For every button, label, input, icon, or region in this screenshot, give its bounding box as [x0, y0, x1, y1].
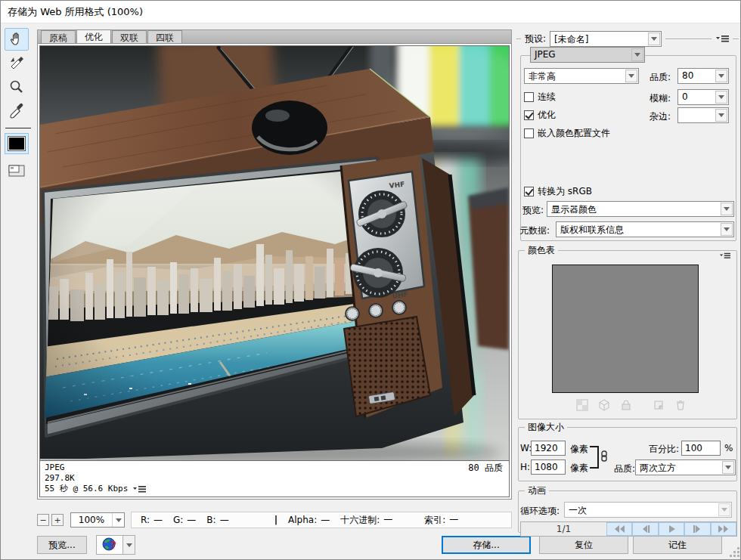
minus-icon: − [39, 515, 46, 525]
resample-quality-select[interactable]: 两次立方 [635, 459, 736, 475]
preview-tabstrip: 原稿 优化 双联 四联 [37, 29, 512, 43]
status-bar: − + 100% R:— G:— B:— | Alpha:— 十六进制:— 索引… [37, 510, 512, 530]
progressive-label: 连续 [538, 91, 556, 104]
width-input[interactable] [531, 441, 566, 456]
info-quality: 80 品质 [468, 463, 503, 473]
slice-select-tool-button[interactable] [5, 52, 29, 75]
color-table-group: 颜色表 [518, 244, 737, 419]
convert-srgb-checkbox[interactable] [524, 187, 534, 196]
preset-label: 预设: [525, 32, 546, 45]
color-table-menu-icon[interactable] [718, 251, 732, 260]
reset-button[interactable]: 复位 [539, 536, 628, 554]
eyedropper-tool-button[interactable] [5, 101, 29, 123]
blur-label: 模糊: [650, 92, 671, 105]
format-chevron-icon [631, 48, 643, 61]
browser-preview-button[interactable]: ? [96, 535, 123, 555]
optimized-label: 优化 [538, 109, 556, 122]
metadata-chevron-icon [721, 223, 733, 236]
tab-2up[interactable]: 双联 [112, 30, 147, 43]
next-frame-button[interactable] [684, 522, 710, 536]
preview-mode-chevron-icon [721, 203, 733, 215]
height-unit-label: 像素 [570, 462, 588, 475]
matte-select[interactable] [677, 107, 729, 123]
wh-link-bracket [590, 446, 599, 469]
alpha-label: Alpha: [288, 515, 317, 525]
percent-label: 百分比: [649, 443, 679, 456]
blur-select[interactable]: 0 [677, 89, 729, 105]
tab-4up[interactable]: 四联 [147, 30, 182, 43]
matte-chevron-icon [715, 109, 727, 122]
link-dimensions-icon[interactable] [600, 450, 608, 464]
index-label: 索引: [424, 514, 445, 527]
g-value: — [187, 515, 196, 525]
metadata-select[interactable]: 版权和联系信息 [556, 221, 734, 237]
progressive-checkbox-row[interactable]: 连续 [524, 91, 556, 104]
download-rate-menu-icon[interactable] [132, 484, 146, 493]
optimized-image-preview[interactable]: VHF UHF [40, 46, 509, 460]
hand-tool-button[interactable] [5, 28, 29, 51]
zoom-tool-button[interactable] [5, 76, 29, 99]
embed-profile-label: 嵌入颜色配置文件 [538, 127, 610, 140]
zoom-out-button[interactable]: − [37, 514, 49, 526]
optimized-checkbox-row[interactable]: 优化 [524, 109, 556, 122]
animation-group: 动画 循环选项: 一次 1/1 [518, 484, 737, 533]
optimize-menu-icon[interactable] [715, 35, 729, 44]
lock-color-icon[interactable] [620, 399, 632, 413]
width-unit-label: 像素 [570, 443, 588, 456]
optimized-checkbox[interactable] [524, 110, 534, 120]
convert-srgb-checkbox-row[interactable]: 转换为 sRGB [524, 185, 592, 198]
delete-color-icon[interactable] [674, 399, 687, 413]
preview-mode-select[interactable]: 显示器颜色 [547, 201, 734, 217]
remember-button[interactable]: 记住 [633, 536, 722, 554]
matte-label: 杂边: [650, 110, 671, 123]
metadata-value: 版权和联系信息 [560, 224, 624, 235]
new-color-icon[interactable] [653, 399, 665, 413]
preview-inner: VHF UHF [39, 45, 510, 497]
zoom-icon [8, 79, 25, 97]
save-button[interactable]: 存储... [442, 536, 531, 554]
transparency-map-icon[interactable] [576, 399, 588, 413]
b-value: — [220, 515, 229, 525]
last-frame-button[interactable] [711, 522, 736, 536]
settings-panel: 预设: [未命名] JPEG 非常高 品质: 80 [516, 25, 739, 536]
eyedropper-color-swatch [8, 137, 25, 150]
width-label: W: [520, 443, 532, 453]
web-shift-icon[interactable] [598, 399, 610, 413]
toggle-slices-button[interactable] [5, 160, 29, 183]
dialog-titlebar: 存储为 Web 所用格式 (100%) [1, 1, 740, 23]
previous-frame-button[interactable] [632, 522, 658, 536]
blur-value: 0 [682, 91, 688, 102]
resize-grip[interactable] [729, 546, 739, 557]
preview-in-browser-button[interactable]: 预览... [37, 536, 87, 554]
first-frame-button[interactable] [606, 522, 632, 536]
slice-select-icon [8, 54, 25, 73]
preset-row: 预设: [未命名] [516, 31, 739, 47]
progressive-checkbox[interactable] [524, 92, 534, 102]
plus-icon: + [54, 515, 60, 525]
reset-button-label: 复位 [575, 539, 593, 552]
looping-options-select[interactable]: 一次 [564, 502, 732, 518]
embed-profile-checkbox[interactable] [524, 128, 534, 138]
toggle-slices-icon [8, 162, 26, 181]
browser-preview-dropdown[interactable] [122, 535, 135, 555]
animation-frame-bar: 1/1 [520, 521, 737, 537]
percent-input[interactable] [681, 441, 721, 456]
frame-counter: 1/1 [521, 522, 606, 536]
b-label: B: [206, 515, 215, 525]
file-format-select[interactable]: JPEG [530, 47, 645, 63]
tab-optimized[interactable]: 优化 [76, 29, 111, 43]
eyedropper-color-button[interactable] [5, 133, 29, 154]
tab-original[interactable]: 原稿 [41, 30, 76, 43]
zoom-in-button[interactable]: + [51, 514, 64, 526]
zoom-chevron-icon [112, 513, 124, 527]
quality-select[interactable]: 80 [677, 68, 729, 84]
embed-profile-checkbox-row[interactable]: 嵌入颜色配置文件 [524, 127, 610, 140]
height-input[interactable] [531, 459, 566, 475]
preset-select[interactable]: [未命名] [550, 31, 662, 47]
compression-quality-select[interactable]: 非常高 [524, 68, 639, 84]
color-table-buttons [576, 399, 687, 413]
play-button[interactable] [659, 522, 684, 536]
resample-chevron-icon [722, 461, 734, 474]
zoom-level-select[interactable]: 100% [70, 512, 125, 528]
color-table-swatches[interactable] [552, 265, 699, 393]
